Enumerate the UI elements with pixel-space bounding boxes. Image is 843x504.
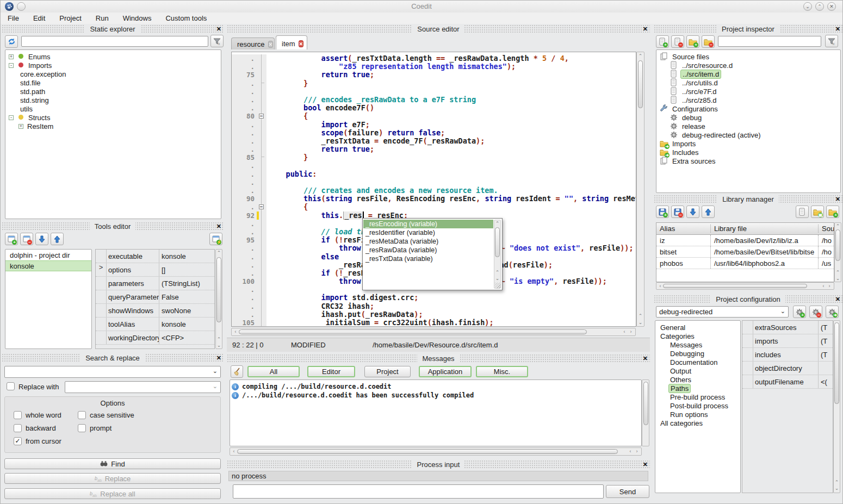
project-item[interactable]: ➜Includes [656, 148, 840, 157]
editor-hscrollbar[interactable]: ‹ ‹› [231, 328, 636, 336]
symbol-item[interactable]: std.file [5, 78, 221, 87]
project-item[interactable]: ../src/utils.d [656, 78, 840, 87]
filter-all-button[interactable]: All [247, 366, 300, 377]
category-item[interactable]: Messages [655, 340, 740, 349]
property-value[interactable]: False [159, 293, 214, 301]
replace-with-checkbox[interactable] [7, 382, 15, 390]
property-row[interactable]: queryParametersFalse [96, 290, 214, 304]
category-item[interactable]: Run options [655, 410, 740, 419]
category-item[interactable]: Others [655, 375, 740, 384]
close-icon[interactable]: ✕ [835, 295, 840, 304]
project-item[interactable]: ../src/item.d [656, 70, 840, 78]
search-term-combo[interactable]: ⌄ [4, 366, 221, 378]
messages-vscrollbar[interactable] [642, 379, 649, 446]
library-vscrollbar[interactable]: ⌃ ⌃⌄ [834, 222, 841, 282]
filter-application-button[interactable]: Application [419, 366, 472, 377]
property-value[interactable]: konsole [159, 320, 214, 328]
project-filter-input[interactable] [718, 36, 821, 47]
case-sensitive-checkbox[interactable] [78, 411, 86, 419]
library-row[interactable]: bitset/home/basile/Dev/Bitset/lib/bitse/… [656, 246, 834, 258]
folder-add-button[interactable]: + [686, 35, 699, 48]
symbol-filter-input[interactable] [21, 36, 208, 47]
category-item[interactable]: Debugging [655, 349, 740, 358]
project-item[interactable]: release [656, 122, 840, 130]
expand-icon[interactable]: + [9, 54, 14, 59]
column-header[interactable]: Alias [656, 225, 711, 233]
option-whole-word[interactable]: whole word [14, 411, 61, 419]
filter-icon[interactable]: x [825, 35, 838, 47]
message-row[interactable]: i/.../build/resource.d.coedit has been s… [230, 391, 641, 400]
symbol-item[interactable]: +Enums [5, 52, 221, 61]
column-header[interactable]: Library file [711, 225, 819, 233]
tab-resource[interactable]: resource✕ [231, 38, 275, 49]
project-item[interactable]: ../src/z85.d [656, 96, 840, 104]
collapse-icon[interactable]: - [9, 63, 14, 68]
option-case-sensitive[interactable]: case sensitive [78, 411, 134, 419]
win-remove-button[interactable]: − [20, 233, 33, 245]
option-from-cursor[interactable]: ✓from cursor [14, 437, 61, 445]
category-item[interactable]: Categories [655, 332, 740, 340]
search-replace-header[interactable]: Search & replace ✕ [2, 353, 224, 363]
completion-item[interactable]: _resIdentifier (variable) [363, 228, 493, 237]
close-icon[interactable]: ✕ [835, 195, 840, 204]
project-item[interactable]: debug-redirected (active) [656, 130, 840, 139]
category-item[interactable]: General [655, 323, 740, 332]
menu-project[interactable]: Project [52, 13, 88, 23]
tab-close-icon[interactable]: ✕ [299, 40, 304, 47]
project-item[interactable]: debug [656, 113, 840, 122]
tab-close-icon[interactable]: ✕ [268, 41, 274, 48]
property-value[interactable]: (TStringList) [159, 279, 214, 288]
completion-item[interactable]: _resMetaData (variable) [363, 237, 493, 246]
symbol-item[interactable]: std.path [5, 87, 221, 96]
menu-file[interactable]: File [1, 13, 26, 23]
config-vscrollbar[interactable]: ⌃⌄ [833, 320, 840, 493]
property-row[interactable]: workingDirectory<CFP> [96, 331, 214, 345]
arrow-down-button[interactable] [686, 206, 699, 218]
property-value[interactable]: <CFP> [159, 334, 214, 342]
symbol-item[interactable]: std.string [5, 96, 221, 104]
close-icon[interactable]: ✕ [827, 2, 836, 11]
property-value[interactable]: (T [819, 351, 833, 359]
option-backward[interactable]: backward [14, 424, 56, 432]
tab-item[interactable]: item✕ [276, 35, 307, 49]
property-value[interactable]: konsole [159, 252, 214, 260]
project-item[interactable]: ../src/e7F.d [656, 87, 840, 96]
gear-remove-button[interactable]: − [809, 306, 822, 318]
filter-icon[interactable]: x [210, 35, 224, 47]
property-value[interactable]: <( [819, 378, 833, 386]
property-row[interactable]: objectDirectory [742, 362, 833, 375]
close-icon[interactable]: ✕ [835, 24, 840, 34]
category-item[interactable]: Documentation [655, 358, 740, 366]
library-hscrollbar[interactable]: ‹ ‹› [656, 282, 834, 290]
backward-checkbox[interactable] [14, 424, 22, 432]
property-row[interactable]: >options[] [96, 263, 214, 277]
replace-with-combo[interactable]: ⌄ [65, 381, 221, 393]
tool-item[interactable]: konsole [5, 260, 91, 271]
project-inspector-header[interactable]: Project inspector ✕ [654, 24, 842, 34]
replace-all-button[interactable]: bab Replace all [4, 488, 221, 499]
message-row[interactable]: icompiling /.../build/resource.d.coedit [230, 382, 641, 391]
close-icon[interactable]: ✕ [643, 460, 648, 469]
project-item[interactable]: Source files [656, 52, 840, 61]
completion-item[interactable]: _resTxtData (variable) [363, 254, 493, 263]
property-row[interactable]: extraSources(T [742, 321, 833, 334]
close-icon[interactable]: ✕ [643, 354, 648, 363]
minimize-icon[interactable]: ⌄ [803, 2, 812, 11]
tools-editor-header[interactable]: Tools editor ✕ [2, 222, 224, 231]
clear-messages-button[interactable] [231, 365, 243, 378]
menu-custom-tools[interactable]: Custom tools [158, 13, 214, 23]
property-value[interactable]: (T [819, 337, 833, 345]
folder-remove-button[interactable]: − [702, 35, 715, 48]
doc-add-button[interactable]: + [656, 35, 669, 48]
tool-item[interactable]: dolphin - project dir [5, 250, 91, 260]
gear-run-button[interactable]: ➜ [826, 306, 839, 318]
menu-run[interactable]: Run [89, 13, 116, 23]
folder-sync-button[interactable]: ▣ [811, 206, 824, 218]
project-configuration-header[interactable]: Project configuration ✕ [654, 295, 842, 304]
expand-icon[interactable]: + [18, 124, 23, 129]
from-cursor-checkbox[interactable]: ✓ [14, 437, 22, 445]
symbol-item[interactable]: +ResItem [5, 122, 221, 130]
project-item[interactable]: ../src/resource.d [656, 61, 840, 70]
library-row[interactable]: iz/home/basile/Dev/Iz/lib/iz.a/ho [656, 235, 834, 246]
menu-edit[interactable]: Edit [26, 13, 52, 23]
